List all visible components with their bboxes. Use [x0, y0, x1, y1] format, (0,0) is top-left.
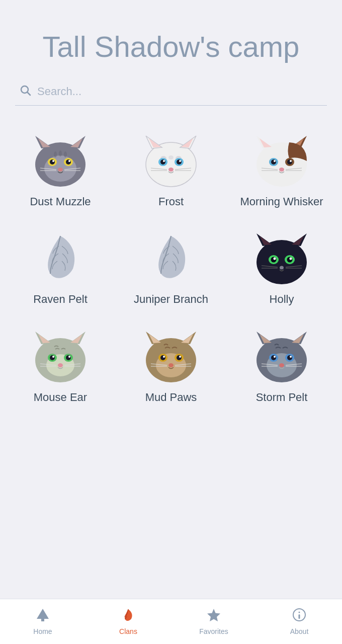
svg-line-1	[28, 92, 31, 95]
nav-item-favorites[interactable]: Favorites	[171, 603, 256, 640]
cat-name-mouse-ear: Mouse Ear	[34, 390, 87, 405]
svg-point-11	[66, 159, 71, 165]
svg-point-52	[279, 168, 284, 172]
svg-point-83	[52, 356, 54, 358]
svg-point-116	[287, 355, 292, 360]
cat-name-raven-pelt: Raven Pelt	[33, 292, 88, 306]
cat-image-frost	[141, 133, 201, 189]
svg-point-119	[279, 363, 284, 367]
star-icon	[207, 608, 221, 625]
search-bar	[15, 79, 327, 106]
svg-point-32	[160, 159, 165, 165]
cat-image-mud-paws	[141, 329, 201, 384]
cat-name-dust-muzzle: Dust Muzzle	[30, 195, 91, 209]
svg-point-64	[271, 257, 277, 263]
cat-item-mud-paws[interactable]: Mud Paws	[116, 321, 226, 415]
svg-point-13	[68, 160, 70, 162]
cat-image-holly	[251, 231, 312, 286]
svg-point-34	[163, 160, 165, 162]
svg-point-51	[290, 160, 292, 162]
nav-label-home: Home	[33, 627, 52, 635]
feather-icon	[121, 608, 135, 625]
svg-point-14	[58, 168, 63, 172]
nav-item-clans[interactable]: Clans	[86, 603, 171, 640]
svg-point-49	[287, 159, 292, 165]
svg-point-118	[290, 356, 292, 358]
svg-point-35	[179, 160, 181, 162]
svg-point-21	[64, 151, 67, 157]
cat-item-storm-pelt[interactable]: Storm Pelt	[226, 321, 337, 415]
search-icon	[19, 84, 31, 99]
svg-point-48	[271, 159, 276, 165]
cat-image-morning-whisker	[251, 133, 312, 189]
svg-point-129	[299, 612, 300, 613]
cat-image-dust-muzzle	[30, 133, 91, 189]
svg-point-101	[179, 356, 181, 358]
cat-item-raven-pelt[interactable]: Raven Pelt	[5, 223, 116, 316]
svg-point-66	[274, 258, 276, 260]
svg-point-98	[160, 355, 165, 360]
svg-point-81	[50, 355, 55, 360]
svg-point-82	[66, 355, 71, 360]
cat-item-juniper-branch[interactable]: Juniper Branch	[116, 223, 226, 316]
cat-name-morning-whisker: Morning Whisker	[240, 195, 323, 209]
svg-marker-127	[207, 609, 220, 621]
svg-point-65	[287, 257, 293, 263]
cat-image-raven-pelt	[30, 231, 91, 286]
tree-icon	[36, 608, 50, 625]
svg-point-12	[52, 160, 54, 162]
svg-point-20	[59, 150, 62, 156]
cat-item-mouse-ear[interactable]: Mouse Ear	[5, 321, 116, 415]
cat-item-morning-whisker[interactable]: Morning Whisker	[226, 126, 337, 219]
svg-point-117	[274, 356, 276, 358]
info-icon	[292, 608, 306, 625]
svg-point-57	[256, 240, 307, 284]
cat-name-storm-pelt: Storm Pelt	[256, 390, 308, 405]
cat-image-juniper-branch	[141, 231, 201, 286]
svg-point-50	[274, 160, 276, 162]
nav-label-clans: Clans	[119, 627, 137, 635]
cat-item-frost[interactable]: Frost	[116, 126, 226, 219]
svg-point-19	[54, 151, 57, 157]
nav-item-about[interactable]: About	[256, 603, 342, 640]
svg-point-100	[163, 356, 165, 358]
svg-point-33	[177, 159, 182, 165]
svg-rect-130	[299, 614, 300, 619]
cat-image-storm-pelt	[251, 329, 312, 384]
svg-point-99	[177, 355, 182, 360]
cat-name-holly: Holly	[270, 292, 294, 306]
nav-item-home[interactable]: Home	[0, 603, 86, 640]
page-title: Tall Shadow's camp	[0, 0, 342, 79]
svg-point-22	[146, 142, 196, 187]
nav-label-about: About	[290, 627, 309, 635]
search-input[interactable]	[37, 85, 323, 98]
cat-name-frost: Frost	[158, 195, 184, 209]
cat-name-juniper-branch: Juniper Branch	[134, 292, 208, 306]
svg-point-36	[168, 168, 174, 172]
cat-item-dust-muzzle[interactable]: Dust Muzzle	[5, 126, 116, 219]
svg-point-115	[271, 355, 276, 360]
bottom-nav: Home Clans Favorites	[0, 599, 342, 644]
cat-item-holly[interactable]: Holly	[226, 223, 337, 316]
svg-point-84	[68, 356, 70, 358]
svg-point-10	[50, 159, 55, 165]
svg-point-67	[290, 258, 292, 260]
svg-point-29	[168, 155, 174, 159]
cat-grid: Dust Muzzle	[0, 116, 342, 465]
nav-label-favorites: Favorites	[199, 627, 228, 635]
svg-rect-126	[41, 619, 44, 621]
svg-point-102	[168, 363, 174, 367]
svg-point-85	[58, 363, 63, 367]
cat-name-mud-paws: Mud Paws	[145, 390, 197, 405]
cat-image-mouse-ear	[30, 329, 91, 384]
svg-point-68	[280, 266, 284, 270]
